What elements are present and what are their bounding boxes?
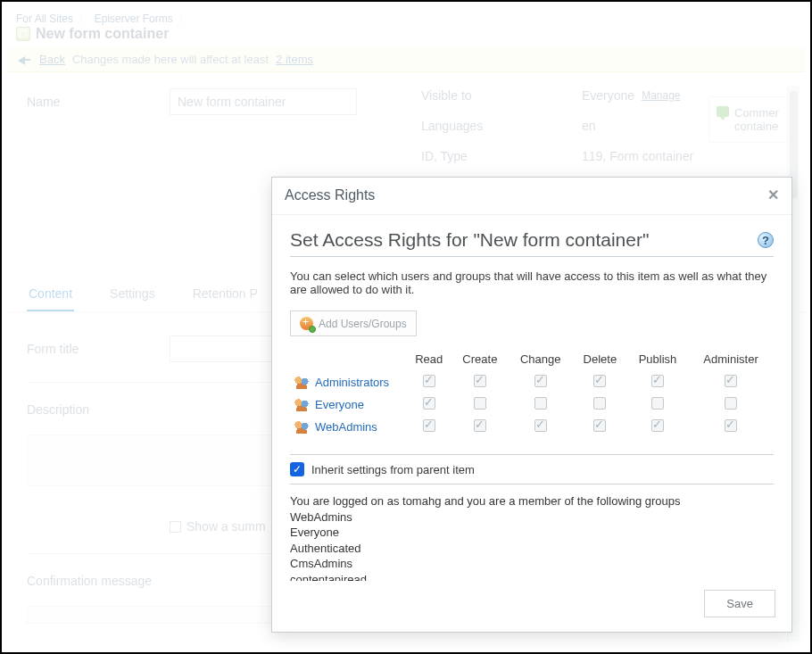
help-icon[interactable]: ? xyxy=(758,232,774,248)
table-row: Administrators xyxy=(290,371,774,393)
group-icon xyxy=(294,421,310,434)
perm-checkbox[interactable] xyxy=(725,397,737,410)
perm-checkbox[interactable] xyxy=(534,397,547,410)
dialog-header: Access Rights xyxy=(285,187,375,203)
group-icon xyxy=(294,377,310,389)
inherit-label: Inherit settings from parent item xyxy=(311,463,475,476)
perm-checkbox[interactable] xyxy=(651,375,664,387)
col-change: Change xyxy=(508,349,573,371)
perm-checkbox[interactable] xyxy=(651,397,664,410)
add-users-groups-label: Add Users/Groups xyxy=(319,318,407,330)
group-membership-item: WebAdmins xyxy=(290,509,774,526)
group-icon xyxy=(294,399,310,411)
perm-checkbox[interactable] xyxy=(651,419,664,432)
perm-checkbox[interactable] xyxy=(534,375,547,387)
group-membership-item: Everyone xyxy=(290,525,774,541)
add-user-icon xyxy=(300,317,313,330)
table-row: Everyone xyxy=(290,393,774,416)
group-membership-item: CmsAdmins xyxy=(290,556,774,572)
add-users-groups-button[interactable]: Add Users/Groups xyxy=(290,310,417,336)
group-membership-item: Authenticated xyxy=(290,541,774,557)
col-read: Read xyxy=(406,349,452,371)
perm-checkbox[interactable] xyxy=(423,397,435,410)
table-row: WebAdmins xyxy=(290,416,774,438)
close-icon[interactable]: ✕ xyxy=(767,186,779,203)
save-button[interactable]: Save xyxy=(704,590,775,617)
col-administer: Administer xyxy=(688,349,774,371)
group-link[interactable]: Administrators xyxy=(315,376,389,389)
col-delete: Delete xyxy=(573,349,627,371)
perm-checkbox[interactable] xyxy=(474,419,486,432)
perm-checkbox[interactable] xyxy=(725,375,737,387)
permissions-table: Read Create Change Delete Publish Admini… xyxy=(290,349,774,438)
group-membership-item: contentapiread xyxy=(290,572,774,581)
perm-checkbox[interactable] xyxy=(593,397,606,410)
perm-checkbox[interactable] xyxy=(593,419,606,432)
perm-checkbox[interactable] xyxy=(423,375,435,387)
dialog-description: You can select which users and groups th… xyxy=(290,269,774,296)
access-rights-dialog: Access Rights ✕ Set Access Rights for "N… xyxy=(271,177,792,633)
group-link[interactable]: WebAdmins xyxy=(315,420,377,434)
perm-checkbox[interactable] xyxy=(423,419,435,432)
perm-checkbox[interactable] xyxy=(474,397,486,410)
dialog-title: Set Access Rights for "New form containe… xyxy=(290,229,649,251)
logged-on-text: You are logged on as tomahg and you are … xyxy=(290,493,774,509)
col-create: Create xyxy=(452,349,508,371)
col-publish: Publish xyxy=(627,349,688,371)
perm-checkbox[interactable] xyxy=(593,375,606,387)
inherit-checkbox[interactable]: ✓ xyxy=(290,462,304,476)
perm-checkbox[interactable] xyxy=(474,375,486,387)
perm-checkbox[interactable] xyxy=(534,419,547,432)
group-link[interactable]: Everyone xyxy=(315,398,364,411)
perm-checkbox[interactable] xyxy=(725,419,737,432)
